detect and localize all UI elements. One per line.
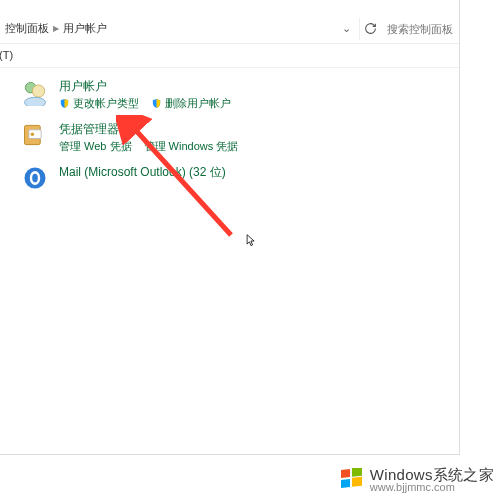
manage-web-credentials-link[interactable]: 管理 Web 凭据 <box>59 139 132 154</box>
svg-rect-12 <box>341 479 350 488</box>
svg-point-2 <box>25 97 46 106</box>
watermark: Windows系统之家 www.bjjmmc.com <box>340 467 494 494</box>
address-bar: 控制面板 ▶ 用户帐户 ⌄ <box>0 14 459 44</box>
chevron-down-icon: ⌄ <box>342 22 351 35</box>
user-accounts-icon <box>21 78 49 106</box>
breadcrumb-seg-control-panel[interactable]: 控制面板 <box>5 21 49 36</box>
shield-icon <box>151 98 162 109</box>
credential-manager-icon <box>21 121 49 149</box>
user-accounts-link[interactable]: 用户帐户 <box>59 78 231 95</box>
breadcrumb[interactable]: 控制面板 ▶ 用户帐户 <box>0 21 333 36</box>
tools-menu[interactable]: 工具(T) <box>0 48 13 63</box>
manage-windows-credentials-link[interactable]: 管理 Windows 凭据 <box>144 139 239 154</box>
search-input[interactable] <box>383 18 455 40</box>
credential-manager-link[interactable]: 凭据管理器 <box>59 121 238 138</box>
svg-rect-10 <box>341 469 350 478</box>
watermark-url: www.bjjmmc.com <box>370 482 494 494</box>
watermark-brand: Windows <box>370 466 433 483</box>
toolbar: 工具(T) <box>0 44 459 68</box>
item-mail-outlook: Mail (Microsoft Outlook) (32 位) <box>21 164 449 192</box>
change-account-type-link[interactable]: 更改帐户类型 <box>59 96 139 111</box>
mail-outlook-icon <box>21 164 49 192</box>
chevron-right-icon: ▶ <box>53 24 59 33</box>
titlebar <box>0 0 459 14</box>
svg-point-1 <box>32 85 44 97</box>
mouse-cursor-icon <box>246 234 256 248</box>
item-credential-manager: 凭据管理器 管理 Web 凭据 管理 Windows 凭据 <box>21 121 449 154</box>
svg-point-8 <box>32 174 38 183</box>
refresh-icon <box>364 22 377 35</box>
control-panel-window: 控制面板 ▶ 用户帐户 ⌄ 工具(T) 用户帐户 <box>0 0 460 455</box>
content-area: 用户帐户 更改帐户类型 删除用户帐户 <box>0 68 459 212</box>
remove-user-accounts-label: 删除用户帐户 <box>165 96 231 111</box>
svg-rect-13 <box>352 477 362 487</box>
breadcrumb-seg-user-accounts[interactable]: 用户帐户 <box>63 21 107 36</box>
windows-logo-icon <box>340 468 364 492</box>
svg-rect-11 <box>352 468 362 477</box>
breadcrumb-dropdown-button[interactable]: ⌄ <box>335 18 357 40</box>
watermark-tag: 系统之家 <box>433 466 494 483</box>
mail-outlook-link[interactable]: Mail (Microsoft Outlook) (32 位) <box>59 164 226 181</box>
item-user-accounts: 用户帐户 更改帐户类型 删除用户帐户 <box>21 78 449 111</box>
svg-point-5 <box>31 132 35 136</box>
refresh-button[interactable] <box>359 18 381 40</box>
change-account-type-label: 更改帐户类型 <box>73 96 139 111</box>
shield-icon <box>59 98 70 109</box>
remove-user-accounts-link[interactable]: 删除用户帐户 <box>151 96 231 111</box>
